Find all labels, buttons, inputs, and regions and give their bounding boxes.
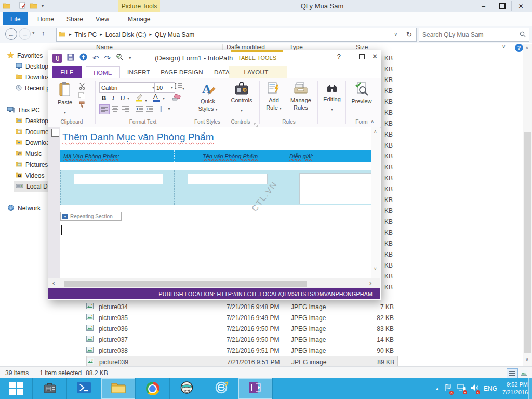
customize-qat-icon[interactable] bbox=[42, 4, 44, 8]
infopath-design-canvas[interactable]: Thêm Danh Mục văn Phòng Phẩm Mã Văn Phòn… bbox=[48, 127, 380, 278]
file-row[interactable]: picture036 7/21/2016 9:50 PM JPEG image … bbox=[86, 323, 397, 334]
address-dropdown-icon[interactable] bbox=[390, 32, 402, 37]
close-button[interactable] bbox=[372, 53, 378, 60]
details-view-button[interactable] bbox=[507, 368, 518, 378]
clock[interactable]: 9:52 PM 7/21/2016 bbox=[502, 381, 528, 396]
text-field-ma[interactable] bbox=[74, 174, 163, 184]
bold-button[interactable]: B bbox=[99, 94, 109, 102]
tab-share[interactable]: Share bbox=[59, 12, 90, 25]
breadcrumb-local-disk[interactable]: Local Disk (C:) bbox=[104, 31, 148, 38]
repeating-cell[interactable] bbox=[286, 170, 371, 205]
breadcrumb-current-folder[interactable]: QLy Mua Sam bbox=[153, 31, 196, 38]
start-button[interactable] bbox=[0, 378, 32, 399]
tab-file[interactable]: File bbox=[3, 12, 28, 25]
taskbar-item-internet-explorer[interactable] bbox=[204, 378, 238, 399]
italic-button[interactable]: I bbox=[109, 94, 118, 102]
file-row[interactable]: picture034 7/21/2016 9:48 PM JPEG image … bbox=[86, 301, 397, 312]
up-button[interactable] bbox=[42, 30, 45, 36]
language-indicator[interactable]: ENG bbox=[484, 385, 497, 392]
cut-icon[interactable] bbox=[78, 83, 86, 92]
action-center-flag-icon[interactable]: ✕ bbox=[445, 384, 452, 394]
tab-home[interactable]: Home bbox=[30, 12, 61, 25]
search-icon[interactable] bbox=[516, 30, 529, 39]
paste-button[interactable]: Paste bbox=[52, 82, 77, 116]
editing-button[interactable]: Editing bbox=[321, 82, 343, 113]
address-bar[interactable]: This PC Local Disk (C:) QLy Mua Sam bbox=[56, 28, 417, 42]
preview-button[interactable]: Preview bbox=[349, 82, 375, 105]
scroll-down-icon[interactable] bbox=[525, 357, 529, 362]
header-cell-ten[interactable]: Tên văn Phòng Phẩm bbox=[175, 150, 286, 162]
help-icon[interactable] bbox=[515, 44, 523, 52]
collapse-ribbon-icon[interactable] bbox=[370, 119, 374, 124]
scroll-left-icon[interactable] bbox=[52, 280, 55, 286]
text-field-ten[interactable] bbox=[188, 174, 268, 184]
tab-insert[interactable]: INSERT bbox=[123, 66, 154, 78]
highlight-color-icon[interactable] bbox=[135, 93, 147, 104]
increase-indent-button[interactable] bbox=[145, 104, 154, 113]
close-button[interactable] bbox=[511, 1, 530, 11]
refresh-icon[interactable] bbox=[402, 31, 416, 38]
tab-home[interactable]: HOME bbox=[86, 66, 120, 79]
copy-icon[interactable] bbox=[78, 92, 86, 101]
taskbar-item-file-explorer[interactable] bbox=[101, 378, 135, 399]
volume-icon[interactable]: ✕ bbox=[471, 384, 478, 393]
explorer-vertical-scrollbar[interactable] bbox=[523, 44, 532, 366]
clear-formatting-icon[interactable] bbox=[172, 94, 181, 103]
repeating-cell[interactable] bbox=[61, 170, 175, 205]
scroll-up-icon[interactable] bbox=[374, 129, 377, 134]
file-row[interactable]: picture037 7/21/2016 9:50 PM JPEG image … bbox=[86, 334, 397, 345]
properties-icon[interactable] bbox=[19, 2, 26, 11]
format-painter-icon[interactable] bbox=[78, 101, 86, 111]
expand-ribbon-icon[interactable] bbox=[502, 44, 506, 49]
redo-icon[interactable] bbox=[104, 54, 111, 62]
line-spacing-icon[interactable] bbox=[174, 83, 184, 92]
align-right-button[interactable] bbox=[121, 104, 130, 113]
add-rule-button[interactable]: Add Rule bbox=[262, 82, 285, 112]
sidebar-item-music[interactable]: Music bbox=[16, 149, 42, 159]
taskbar-item-infopath[interactable] bbox=[238, 378, 272, 399]
design-checker-icon[interactable] bbox=[116, 53, 124, 63]
underline-button[interactable]: U bbox=[118, 94, 127, 102]
file-row[interactable]: picture035 7/21/2016 9:49 PM JPEG image … bbox=[86, 312, 397, 323]
search-box[interactable] bbox=[419, 28, 529, 42]
scroll-down-icon[interactable] bbox=[374, 267, 377, 271]
canvas-vertical-scrollbar[interactable] bbox=[371, 127, 380, 278]
customize-qat-icon[interactable] bbox=[129, 56, 131, 60]
font-color-dropdown-icon[interactable] bbox=[163, 97, 165, 101]
repeating-section-row[interactable] bbox=[60, 170, 371, 205]
taskbar-item-chrome[interactable] bbox=[136, 378, 169, 399]
scroll-up-icon[interactable] bbox=[525, 46, 529, 50]
save-icon[interactable] bbox=[67, 54, 74, 63]
maximize-button[interactable] bbox=[359, 54, 365, 59]
sidebar-item-pictures[interactable]: Pictures bbox=[16, 159, 48, 170]
canvas-horizontal-scrollbar[interactable] bbox=[48, 278, 380, 289]
sidebar-item-network[interactable]: Network bbox=[7, 203, 41, 214]
minimize-button[interactable] bbox=[348, 53, 352, 60]
tray-expand-icon[interactable] bbox=[435, 387, 440, 391]
taskbar-item-powershell[interactable] bbox=[67, 378, 101, 399]
header-cell-ma[interactable]: Mã Văn Phòng Phẩm: bbox=[60, 150, 175, 162]
text-field-dien-giai[interactable] bbox=[299, 173, 371, 204]
scroll-right-icon[interactable] bbox=[369, 280, 371, 286]
quick-styles-button[interactable]: A Quick Styles bbox=[194, 82, 222, 113]
forward-button[interactable] bbox=[19, 28, 31, 40]
align-left-button[interactable] bbox=[99, 104, 110, 114]
back-button[interactable] bbox=[5, 28, 17, 40]
file-row[interactable]: picture038 7/21/2016 9:51 PM JPEG image … bbox=[86, 345, 397, 356]
sidebar-item-pc-desktop[interactable]: Desktop bbox=[16, 116, 48, 126]
network-status-icon[interactable]: ✕ bbox=[457, 384, 466, 393]
align-center-button[interactable] bbox=[110, 104, 119, 113]
table-select-handle[interactable] bbox=[51, 129, 59, 137]
font-size-select[interactable]: 10 bbox=[154, 82, 175, 93]
publish-icon[interactable] bbox=[79, 53, 87, 63]
sidebar-item-this-pc[interactable]: This PC bbox=[7, 105, 40, 115]
tab-layout[interactable]: LAYOUT bbox=[238, 66, 274, 78]
thumbnail-view-button[interactable] bbox=[518, 368, 529, 377]
font-color-icon[interactable]: A bbox=[153, 92, 160, 102]
minimize-button[interactable] bbox=[474, 1, 493, 11]
show-desktop-button[interactable] bbox=[528, 378, 532, 399]
infopath-window[interactable]: I] (Design) Form1 - InfoPath TABLE TOOLS… bbox=[48, 50, 381, 300]
search-input[interactable] bbox=[419, 31, 516, 38]
scrollbar-thumb[interactable] bbox=[524, 132, 531, 353]
taskbar-item-server-manager[interactable] bbox=[33, 378, 66, 399]
